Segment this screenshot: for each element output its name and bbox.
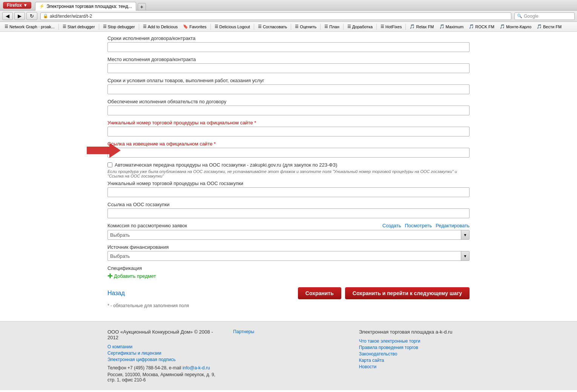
auto-transfer-checkbox[interactable] (107, 162, 112, 167)
bookmark-rock-fm[interactable]: 🎵 ROCK FM (467, 23, 497, 30)
plus-icon: ✛ (107, 273, 112, 280)
bookmark-icon: ☰ (347, 24, 351, 29)
view-commission-link[interactable]: Посмотреть (405, 223, 432, 228)
field-financing: Источник финансирования Выбрать ▼ (107, 244, 470, 261)
label-payment-terms: Сроки и условия оплаты товаров, выполнен… (107, 78, 470, 83)
footer-link-sitemap[interactable]: Карта сайта (359, 358, 470, 363)
footer-link-partners[interactable]: Партнеры (233, 329, 344, 334)
save-button[interactable]: Сохранить (298, 287, 341, 299)
bookmark-icon: ☰ (381, 24, 384, 29)
input-link-official[interactable] (107, 148, 470, 158)
btn-group: Сохранить Сохранить и перейти к следующе… (298, 287, 470, 299)
firefox-button[interactable]: Firefox ▼ (3, 2, 31, 9)
search-label: Google (524, 14, 539, 19)
financing-select-arrow[interactable]: ▼ (461, 251, 469, 260)
new-tab-button[interactable]: + (138, 3, 146, 11)
bookmark-network-graph[interactable]: ☰ Network Graph · proak... (2, 23, 57, 30)
label-contract-security: Обеспечение исполнения обязательств по д… (107, 99, 470, 104)
footer-col-right: Электронная торговая площадка a-k-d.ru Ч… (359, 329, 470, 383)
refresh-button[interactable]: ↻ (26, 12, 37, 20)
bookmark-monte-karlo[interactable]: 🎵 Монте-Карло (497, 23, 534, 30)
bookmark-separator (254, 24, 254, 30)
bookmark-ocenit[interactable]: ☰ Оценить (293, 23, 319, 30)
footer-email-link[interactable]: info@a-k-d.ru (183, 365, 210, 371)
search-box[interactable]: 🔍 Google (514, 12, 575, 20)
financing-select-wrapper[interactable]: Выбрать ▼ (107, 251, 470, 261)
footer-link-eds[interactable]: Электронная цифровая подпись (107, 357, 218, 362)
bookmark-separator (210, 24, 211, 30)
input-unique-number-official[interactable] (107, 127, 470, 136)
checkbox-info-text: Если процедура уже была опубликована на … (107, 169, 470, 178)
bookmark-separator (139, 24, 139, 30)
footer-link-about[interactable]: О компании (107, 344, 218, 349)
field-contract-place: Место исполнения договора/контракта (107, 57, 470, 73)
field-commission: Комиссия по рассмотрению заявок Создать … (107, 223, 470, 240)
tab-bar: ⚡ Электронная торговая площадка: тенд...… (35, 0, 146, 11)
bookmarks-bar: ☰ Network Graph · proak... ☰ Start debug… (0, 22, 577, 32)
add-item-link[interactable]: ✛ Добавить предмет (107, 273, 470, 280)
bookmark-hotfixes[interactable]: ☰ HotFixes (378, 23, 404, 30)
create-commission-link[interactable]: Создать (382, 223, 401, 228)
bookmark-separator (376, 24, 377, 30)
svg-marker-0 (87, 143, 121, 158)
field-contract-terms: Сроки исполнения договора/контракта (107, 35, 470, 52)
commission-select-wrapper[interactable]: Выбрать ▼ (107, 230, 470, 240)
bookmark-dorabotka[interactable]: ☰ Доработка (345, 23, 375, 30)
footer-link-legislation[interactable]: Законодательство (359, 351, 470, 357)
bookmark-separator (320, 24, 321, 30)
commission-select-arrow[interactable]: ▼ (461, 230, 469, 239)
music-icon: 🎵 (469, 24, 474, 29)
field-contract-security: Обеспечение исполнения обязательств по д… (107, 99, 470, 115)
forward-button[interactable]: ▶ (14, 12, 25, 20)
input-unique-number-gos[interactable] (107, 187, 470, 197)
bookmark-separator (58, 24, 59, 30)
main-content: Сроки исполнения договора/контракта Мест… (0, 32, 577, 314)
bookmark-separator (99, 24, 99, 30)
bookmark-start-debugger[interactable]: ☰ Start debugger (60, 23, 97, 30)
footer-col-left: ООО «Аукционный Конкурсный Дом» © 2008 -… (107, 329, 218, 383)
bookmark-separator (291, 24, 291, 30)
bookmark-icon: ☰ (295, 24, 299, 29)
footer-col-partners: Партнеры (233, 329, 344, 383)
field-unique-number-gos: Уникальный номер торговой процедуры на О… (107, 181, 470, 197)
back-button[interactable]: ◀ (2, 12, 13, 20)
bookmark-maximum[interactable]: 🎵 Maximum (437, 23, 466, 30)
navigation-bar: ◀ ▶ ↻ 🔒 akd/tender/wizard/t-2 🔍 Google (0, 11, 577, 22)
input-payment-terms[interactable] (107, 84, 470, 94)
input-contract-terms[interactable] (107, 42, 470, 52)
bookmark-plan[interactable]: ☰ План (322, 23, 342, 30)
bookmark-vesti-fm[interactable]: 🎵 Вести FM (534, 23, 564, 30)
input-contract-place[interactable] (107, 63, 470, 73)
bookmark-icon: ☰ (103, 24, 107, 29)
bookmark-separator (405, 24, 406, 30)
footer-address: Россия, 101000, Москва, Армянский переул… (107, 372, 218, 383)
bookmark-soglasovat[interactable]: ☰ Согласовать (256, 23, 289, 30)
bookmark-separator (343, 24, 344, 30)
bookmark-delicious-logout[interactable]: ☰ Delicious Logout (212, 23, 252, 30)
bookmark-relax-fm[interactable]: 🎵 Relax FM (407, 23, 436, 30)
input-contract-security[interactable] (107, 106, 470, 115)
label-link-gos: Ссылка на ООС госзакупки (107, 202, 470, 207)
music-icon: 🎵 (537, 24, 542, 29)
footer-link-rules[interactable]: Правила проведения торгов (359, 345, 470, 350)
bookmark-add-delicious[interactable]: ☰ Add to Delicious (141, 23, 180, 30)
footer-link-what-are-trades[interactable]: Что такое электронные торги (359, 338, 470, 344)
bookmark-stop-debugger[interactable]: ☰ Stop debugger (101, 23, 137, 30)
bookmark-favorites[interactable]: 🔖 Favorites (181, 23, 209, 30)
edit-commission-link[interactable]: Редактировать (436, 223, 470, 228)
active-tab[interactable]: ⚡ Электронная торговая площадка: тенд... (35, 2, 136, 11)
bookmark-icon: ☰ (215, 24, 218, 29)
field-link-official: Ссылка на извещение на официальном сайте… (107, 141, 470, 158)
footer-link-certs[interactable]: Сертификаты и лицензии (107, 351, 218, 356)
input-link-gos[interactable] (107, 208, 470, 218)
save-next-button[interactable]: Сохранить и перейти к следующему шагу (345, 287, 470, 299)
back-link[interactable]: Назад (107, 290, 125, 297)
tab-title: Электронная торговая площадка: тенд... (46, 4, 132, 9)
label-financing: Источник финансирования (107, 244, 470, 250)
financing-select-value: Выбрать (108, 252, 461, 260)
address-bar[interactable]: 🔒 akd/tender/wizard/t-2 (40, 12, 511, 20)
footer-link-news[interactable]: Новости (359, 364, 470, 369)
add-item-label: Добавить предмет (114, 273, 156, 279)
label-commission: Комиссия по рассмотрению заявок (107, 223, 187, 228)
commission-links: Создать Посмотреть Редактировать (382, 223, 470, 228)
